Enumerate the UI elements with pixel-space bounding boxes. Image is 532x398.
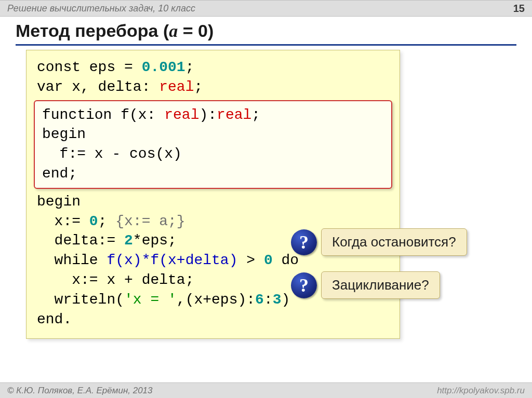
- fn-line-2: begin: [42, 126, 86, 142]
- question-icon: ?: [291, 229, 317, 255]
- title-eq: = 0): [178, 21, 214, 40]
- header-bar: Решение вычислительных задач, 10 класс 1…: [0, 0, 532, 17]
- callout-loop-text: Зацикливание?: [321, 271, 440, 299]
- code-line-6: while f(x)*f(x+delta) > 0 do: [37, 252, 299, 268]
- callouts: ? Когда остановится? ? Зацикливание?: [291, 228, 467, 314]
- question-icon: ?: [291, 272, 317, 298]
- code-line-8: writeln('x = ',(x+eps):6:3): [37, 292, 290, 308]
- function-box: function f(x: real):real; begin f:= x - …: [34, 100, 392, 189]
- code-line-3: begin: [37, 194, 81, 210]
- fn-line-4: end;: [42, 166, 77, 182]
- title-prefix: Метод перебора (: [16, 21, 169, 40]
- code-line-4: x:= 0; {x:= a;}: [37, 213, 185, 229]
- callout-loop: ? Зацикливание?: [291, 271, 467, 299]
- fn-line-3: f:= x - cos(x): [42, 146, 182, 162]
- footer-bar: © К.Ю. Поляков, Е.А. Ерёмин, 2013 http:/…: [0, 382, 532, 398]
- header-title: Решение вычислительных задач, 10 класс: [7, 3, 195, 14]
- code-line-2: var x, delta: real;: [37, 79, 203, 95]
- code-line-1: const eps = 0.001;: [37, 59, 194, 75]
- callout-stop: ? Когда остановится?: [291, 228, 467, 256]
- callout-stop-text: Когда остановится?: [321, 228, 467, 256]
- title-underline: [16, 44, 516, 46]
- page-number: 15: [513, 3, 525, 15]
- slide-title: Метод перебора (a = 0): [16, 21, 516, 41]
- code-line-9: end.: [37, 311, 72, 327]
- footer-copyright: © К.Ю. Поляков, Е.А. Ерёмин, 2013: [7, 386, 153, 396]
- footer-url: http://kpolyakov.spb.ru: [437, 386, 525, 396]
- code-line-7: x:= x + delta;: [37, 272, 194, 288]
- fn-line-1: function f(x: real):real;: [42, 107, 260, 123]
- title-param: a: [169, 21, 178, 40]
- code-line-5: delta:= 2*eps;: [37, 232, 177, 249]
